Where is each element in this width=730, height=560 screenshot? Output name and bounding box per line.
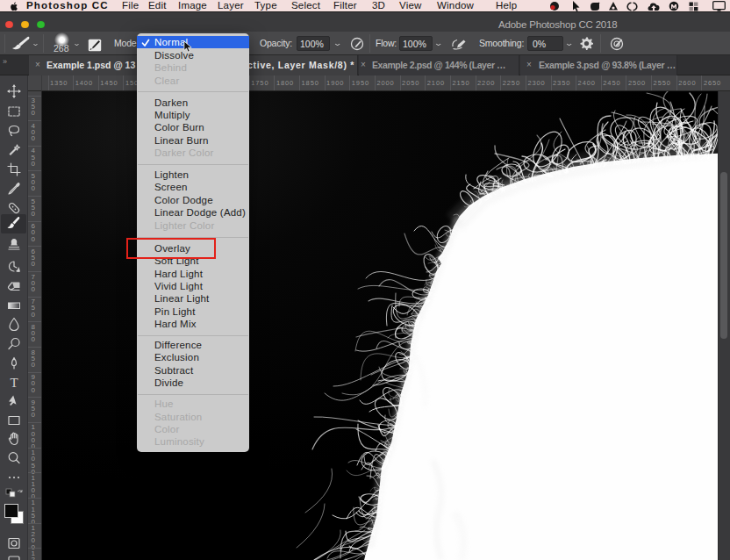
- svg-text:T: T: [10, 376, 18, 390]
